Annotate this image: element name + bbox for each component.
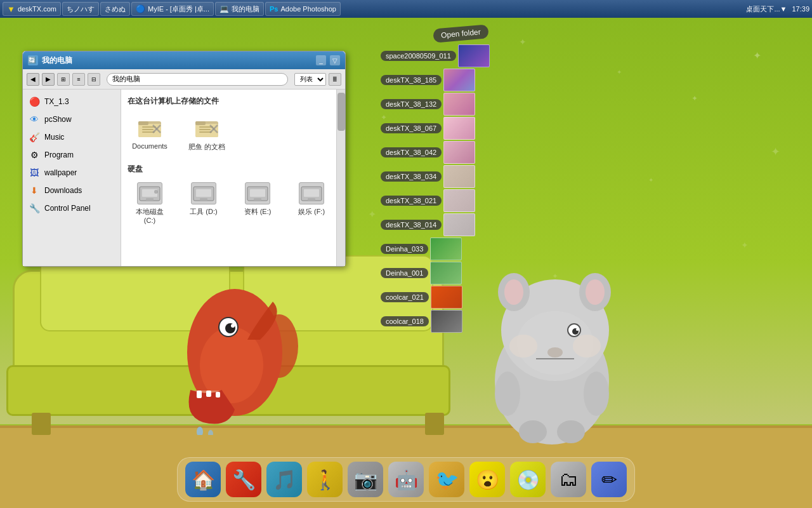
taskbar-right: 桌面天下...▼ 17:39 bbox=[746, 4, 809, 14]
dock-icon-pedestrian[interactable]: 🚶 bbox=[307, 462, 343, 497]
sidebar-item-program[interactable]: ⚙ Program bbox=[23, 146, 121, 164]
photo-item-deinha033[interactable]: Deinha_033 bbox=[381, 237, 466, 260]
disk-item-c[interactable]: 本地磁盘 (C:) bbox=[128, 180, 172, 227]
minimize-button[interactable]: _ bbox=[316, 55, 326, 65]
sofa-leg-left bbox=[32, 413, 51, 435]
search-input[interactable] bbox=[107, 73, 288, 86]
window-title-icon: 🔄 bbox=[28, 55, 38, 65]
svg-rect-5 bbox=[216, 392, 220, 398]
taskbar-item-chinoha[interactable]: ちノハす bbox=[62, 2, 99, 16]
sidebar-item-downloads[interactable]: ⬇ Downloads bbox=[23, 182, 121, 199]
sofa-leg-right bbox=[425, 413, 444, 435]
svg-rect-32 bbox=[142, 129, 154, 130]
photo-item-d132[interactable]: deskTX_38_132 bbox=[381, 93, 466, 116]
dock-icon-bird[interactable]: 🐦 bbox=[429, 462, 464, 497]
scrollbar-thumb[interactable] bbox=[337, 93, 345, 131]
sidebar-item-pcshow[interactable]: 👁 pcShow bbox=[23, 110, 121, 128]
photo-item-space[interactable]: space20080509_011 bbox=[381, 44, 466, 67]
photo-thumb-d067 bbox=[443, 117, 475, 140]
svg-point-26 bbox=[519, 420, 547, 443]
svg-rect-30 bbox=[138, 121, 148, 125]
sort-toggle-button[interactable]: ≣ bbox=[329, 73, 341, 86]
svg-rect-56 bbox=[308, 198, 315, 201]
photo-item-coolcar018[interactable]: coolcar_018 bbox=[381, 310, 466, 333]
maximize-button[interactable]: ▽ bbox=[330, 55, 340, 65]
back-button[interactable]: ◀ bbox=[27, 73, 39, 86]
sidebar-item-wallpaper[interactable]: 🖼 wallpaper bbox=[23, 164, 121, 182]
forward-button[interactable]: ▶ bbox=[42, 73, 55, 86]
controlpanel-icon: 🔧 bbox=[28, 202, 41, 215]
taskbar-item-photoshop[interactable]: Ps Adobe Photoshop bbox=[265, 2, 341, 16]
dock-icon-robot[interactable]: 🤖 bbox=[388, 462, 424, 497]
svg-rect-52 bbox=[250, 189, 265, 197]
disk-section: 硬盘 本地磁盘 (C:) bbox=[128, 164, 339, 227]
svg-point-47 bbox=[154, 190, 158, 194]
window-title: 我的电脑 bbox=[42, 55, 312, 66]
taskbar-item-samenu[interactable]: さめぬ bbox=[100, 2, 130, 16]
view-detail-button[interactable]: ⊟ bbox=[88, 73, 100, 86]
photo-item-d185[interactable]: deskTX_38_185 bbox=[381, 69, 466, 91]
svg-point-23 bbox=[576, 328, 579, 331]
dock-icon-pen[interactable]: ✏ bbox=[591, 462, 627, 497]
dock-icon-yellow-character[interactable]: 😮 bbox=[469, 462, 505, 497]
photo-item-d021[interactable]: deskTX_38_021 bbox=[381, 189, 466, 212]
taskbar-item-woode[interactable]: 💻 我的电脑 bbox=[215, 2, 264, 16]
section-title-files: 在这台计算机上存储的文件 bbox=[128, 96, 339, 107]
photo-thumb-d014 bbox=[443, 213, 475, 236]
sort-dropdown[interactable]: 列表 bbox=[294, 73, 326, 86]
photo-item-d034[interactable]: deskTX_38_034 bbox=[381, 165, 466, 188]
system-tray-label[interactable]: 桌面天下...▼ bbox=[746, 4, 787, 14]
photo-item-d014[interactable]: deskTX_38_014 bbox=[381, 213, 466, 236]
deco-star6: ✦ bbox=[648, 177, 653, 184]
photo-thumb-d042 bbox=[443, 141, 475, 164]
taskbar-item-desktx[interactable]: ▼ deskTX.com bbox=[3, 2, 61, 16]
svg-rect-53 bbox=[254, 198, 261, 201]
disk-e-icon bbox=[245, 182, 270, 204]
scrollbar-track[interactable] bbox=[336, 90, 345, 266]
disks-grid: 本地磁盘 (C:) 工具 (D:) bbox=[128, 180, 339, 227]
photo-thumb-coolcar018 bbox=[431, 310, 462, 333]
desktop: ▼ deskTX.com ちノハす さめぬ 🔵 MyIE - [卓面秀 |卓..… bbox=[0, 0, 812, 508]
photo-thumb-deinha033 bbox=[430, 237, 462, 260]
file-item-documents[interactable]: Documents bbox=[128, 112, 172, 154]
file-item-feiyu[interactable]: 肥鱼 的文档 bbox=[185, 112, 229, 154]
sidebar-item-tx13[interactable]: 🔴 TX_1.3 bbox=[23, 93, 121, 110]
deco-star1: ✦ bbox=[753, 50, 761, 62]
clock: 17:39 bbox=[792, 5, 809, 13]
photo-item-d042[interactable]: deskTX_38_042 bbox=[381, 141, 466, 164]
dock-icon-burn[interactable]: 💿 bbox=[510, 462, 546, 497]
photo-strip: space20080509_011 deskTX_38_185 deskTX_3… bbox=[381, 44, 466, 333]
photo-item-deinha001[interactable]: Deinha_001 bbox=[381, 262, 466, 284]
dock-icon-music[interactable]: 🎵 bbox=[266, 462, 302, 497]
window-body: 🔴 TX_1.3 👁 pcShow 🎸 Music ⚙ Program 🖼 bbox=[23, 90, 345, 266]
svg-point-16 bbox=[586, 279, 605, 305]
sidebar-item-music[interactable]: 🎸 Music bbox=[23, 128, 121, 146]
svg-point-20 bbox=[547, 347, 563, 358]
photo-thumb-deinha001 bbox=[430, 262, 462, 284]
disk-item-f[interactable]: 娱乐 (F:) bbox=[289, 180, 334, 227]
svg-point-25 bbox=[584, 371, 609, 416]
disk-item-d[interactable]: 工具 (D:) bbox=[181, 180, 226, 227]
photo-thumb-d034 bbox=[443, 165, 475, 188]
svg-point-18 bbox=[509, 335, 537, 358]
photo-item-coolcar021[interactable]: coolcar_021 bbox=[381, 286, 466, 309]
fish-character bbox=[171, 251, 298, 435]
svg-rect-46 bbox=[146, 198, 154, 201]
dock-icon-tools[interactable]: 🔧 bbox=[226, 462, 261, 497]
svg-point-14 bbox=[504, 279, 523, 305]
photo-thumb-d185 bbox=[443, 69, 475, 91]
photo-item-d067[interactable]: deskTX_38_067 bbox=[381, 117, 466, 140]
tx13-icon: 🔴 bbox=[28, 95, 41, 108]
dock-icon-home[interactable]: 🏠 bbox=[185, 462, 221, 497]
view-list-button[interactable]: ≡ bbox=[72, 73, 85, 86]
svg-rect-49 bbox=[196, 189, 211, 197]
deco-star8: ✦ bbox=[368, 208, 376, 220]
taskbar-item-myie[interactable]: 🔵 MyIE - [卓面秀 |卓... bbox=[131, 2, 214, 16]
disk-item-e[interactable]: 资料 (E:) bbox=[235, 180, 280, 227]
view-icons-button[interactable]: ⊞ bbox=[57, 73, 70, 86]
sidebar-item-controlpanel[interactable]: 🔧 Control Panel bbox=[23, 199, 121, 217]
disk-f-icon bbox=[299, 182, 324, 204]
dock-icon-camera[interactable]: 📷 bbox=[348, 462, 383, 497]
svg-rect-40 bbox=[199, 129, 211, 130]
dock-icon-folder[interactable]: 🗂 bbox=[551, 462, 586, 497]
